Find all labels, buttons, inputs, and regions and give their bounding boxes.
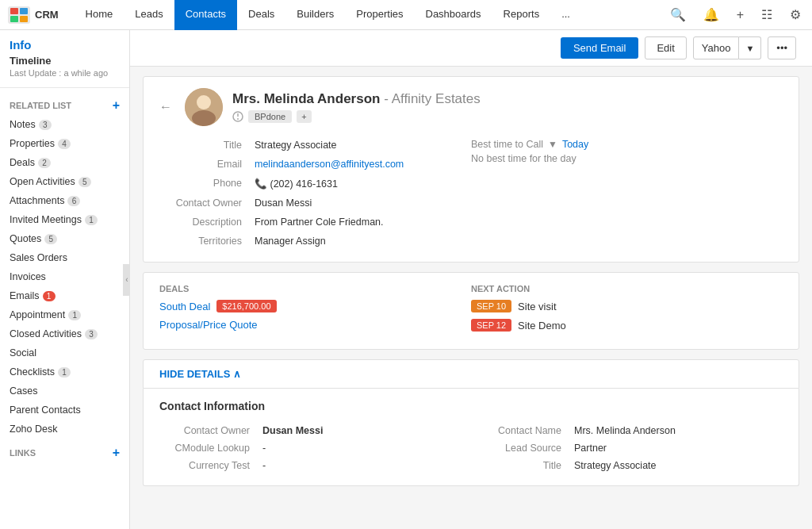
info-field-currency-test: Currency Test -: [159, 457, 471, 474]
deal-amount-0: $216,700.00: [216, 300, 276, 312]
sidebar-item-emails[interactable]: Emails 1: [0, 286, 129, 305]
sidebar-item-social-label: Social: [10, 347, 36, 358]
contact-company: - Affinity Estates: [384, 91, 481, 106]
sidebar-item-zoho-desk[interactable]: Zoho Desk: [0, 420, 129, 439]
edit-button[interactable]: Edit: [645, 36, 686, 59]
sidebar-item-invited-meetings-badge: 1: [85, 215, 98, 225]
sidebar-item-parent-contacts[interactable]: Parent Contacts: [0, 401, 129, 420]
info-label-contact-owner: Contact Owner: [159, 425, 262, 436]
svg-rect-2: [10, 16, 18, 22]
sidebar-item-open-activities[interactable]: Open Activities 5: [0, 172, 129, 191]
action-date-0: SEP 10: [471, 300, 511, 312]
sidebar-item-closed-activities[interactable]: Closed Activities 3: [0, 324, 129, 343]
contact-tags: BPdone +: [232, 110, 481, 123]
settings-icon[interactable]: ⚙: [787, 4, 804, 25]
hide-details-link[interactable]: HIDE DETAILS ∧: [159, 368, 241, 380]
sidebar-links-add-btn[interactable]: +: [113, 447, 120, 459]
sidebar-item-notes-badge: 3: [39, 120, 52, 130]
contact-info-right: Contact Name Mrs. Melinda Anderson Lead …: [471, 422, 783, 474]
nav-contacts[interactable]: Contacts: [174, 0, 237, 30]
nav-leads[interactable]: Leads: [124, 0, 174, 30]
sidebar-item-invoices[interactable]: Invoices: [0, 267, 129, 286]
best-time-dropdown-icon[interactable]: ▼: [548, 139, 557, 150]
info-value-currency-test: -: [262, 460, 266, 471]
logo-icon: [8, 6, 30, 24]
nav-home[interactable]: Home: [75, 0, 124, 30]
field-title-value: Strategy Associate: [255, 140, 337, 151]
contact-card-header: ← Mrs. Melinda Anderson - Affinity Estat…: [159, 88, 783, 126]
svg-rect-1: [20, 8, 28, 14]
contact-name-area: Mrs. Melinda Anderson - Affinity Estates…: [232, 91, 481, 123]
apps-icon[interactable]: ☷: [758, 4, 776, 25]
sidebar-item-properties[interactable]: Properties 4: [0, 134, 129, 153]
phone-icon: 📞: [255, 178, 267, 190]
yahoo-caret-button[interactable]: ▼: [739, 36, 761, 59]
app-logo: CRM: [8, 6, 59, 24]
sidebar-links-title: LINKS +: [0, 439, 129, 462]
sidebar-item-cases[interactable]: Cases: [0, 381, 129, 401]
sidebar-collapse-handle[interactable]: ‹: [123, 264, 130, 296]
deal-name-0[interactable]: South Deal: [159, 301, 210, 312]
app-name: CRM: [35, 9, 59, 21]
yahoo-group: Yahoo ▼: [693, 36, 762, 59]
contact-fields-grid: Title Strategy Associate Email melindaan…: [159, 136, 783, 251]
sidebar-item-appointment[interactable]: Appointment 1: [0, 305, 129, 324]
field-title: Title Strategy Associate: [159, 136, 471, 155]
add-icon[interactable]: +: [733, 5, 747, 25]
field-contact-owner-value: Dusan Messi: [255, 197, 312, 209]
best-time-today[interactable]: Today: [562, 139, 588, 150]
deals-col-title: DEALS: [159, 284, 471, 293]
nav-builders[interactable]: Builders: [285, 0, 345, 30]
action-label-1: Site Demo: [518, 320, 566, 332]
more-options-button[interactable]: •••: [768, 36, 796, 59]
sidebar-item-social[interactable]: Social: [0, 343, 129, 362]
nav-more[interactable]: ...: [550, 0, 581, 30]
sidebar-info-section: Info Timeline Last Update : a while ago: [0, 30, 129, 81]
sidebar-item-deals-label: Deals: [10, 157, 35, 168]
sidebar-item-checklists[interactable]: Checklists 1: [0, 362, 129, 381]
send-email-button[interactable]: Send Email: [561, 37, 638, 59]
sidebar-item-invoices-label: Invoices: [10, 271, 46, 282]
field-email-label: Email: [159, 159, 255, 170]
sidebar-item-notes[interactable]: Notes 3: [0, 115, 129, 134]
back-button[interactable]: ←: [159, 100, 172, 114]
nav-properties[interactable]: Properties: [345, 0, 414, 30]
sidebar-item-sales-orders[interactable]: Sales Orders: [0, 248, 129, 267]
tag-add-button[interactable]: +: [297, 110, 311, 123]
nav-dashboards[interactable]: Dashboards: [415, 0, 492, 30]
sidebar-item-attachments[interactable]: Attachments 6: [0, 191, 129, 210]
field-territories-label: Territories: [159, 236, 255, 247]
content-header: Send Email Edit Yahoo ▼ •••: [130, 30, 812, 67]
sidebar-related-add-btn[interactable]: +: [113, 99, 120, 112]
next-action-title: NEXT ACTION: [471, 284, 783, 293]
nav-deals[interactable]: Deals: [237, 0, 285, 30]
sidebar-item-closed-activities-label: Closed Activities: [10, 328, 82, 339]
action-row-1: SEP 12 Site Demo: [471, 319, 783, 332]
contact-info-section: Contact Information Contact Owner Dusan …: [143, 389, 799, 486]
field-territories: Territories Manager Assign: [159, 232, 471, 251]
sidebar-item-quotes[interactable]: Quotes 5: [0, 229, 129, 248]
deals-col-right: NEXT ACTION SEP 10 Site visit SEP 12 Sit…: [471, 284, 783, 338]
yahoo-button[interactable]: Yahoo: [693, 36, 740, 59]
search-icon[interactable]: 🔍: [667, 4, 689, 25]
sidebar-item-deals[interactable]: Deals 2: [0, 153, 129, 172]
sidebar-item-invited-meetings[interactable]: Invited Meetings 1: [0, 210, 129, 229]
field-email-value[interactable]: melindaanderson@affinityest.com: [255, 159, 404, 170]
info-label-lead-source: Lead Source: [471, 443, 574, 454]
sidebar-item-cases-label: Cases: [10, 385, 37, 397]
sidebar-item-notes-label: Notes: [10, 119, 36, 130]
field-phone: Phone 📞 (202) 416-1631: [159, 174, 471, 194]
nav-reports[interactable]: Reports: [492, 0, 551, 30]
deal-row-1: Proposal/Price Quote: [159, 319, 471, 331]
info-value-lead-source: Partner: [574, 443, 607, 454]
contact-info-grid: Contact Owner Dusan Messi CModule Lookup…: [159, 422, 783, 474]
deal-name-1[interactable]: Proposal/Price Quote: [159, 319, 258, 331]
field-phone-value: 📞 (202) 416-1631: [255, 178, 338, 190]
notification-icon[interactable]: 🔔: [700, 4, 722, 25]
sidebar-item-properties-badge: 4: [58, 139, 71, 149]
field-territories-value: Manager Assign: [255, 236, 326, 247]
info-label-cmodule: CModule Lookup: [159, 443, 262, 454]
sidebar: Info Timeline Last Update : a while ago …: [0, 30, 130, 529]
sidebar-item-open-activities-label: Open Activities: [10, 176, 75, 187]
contact-info-title: Contact Information: [159, 400, 783, 412]
